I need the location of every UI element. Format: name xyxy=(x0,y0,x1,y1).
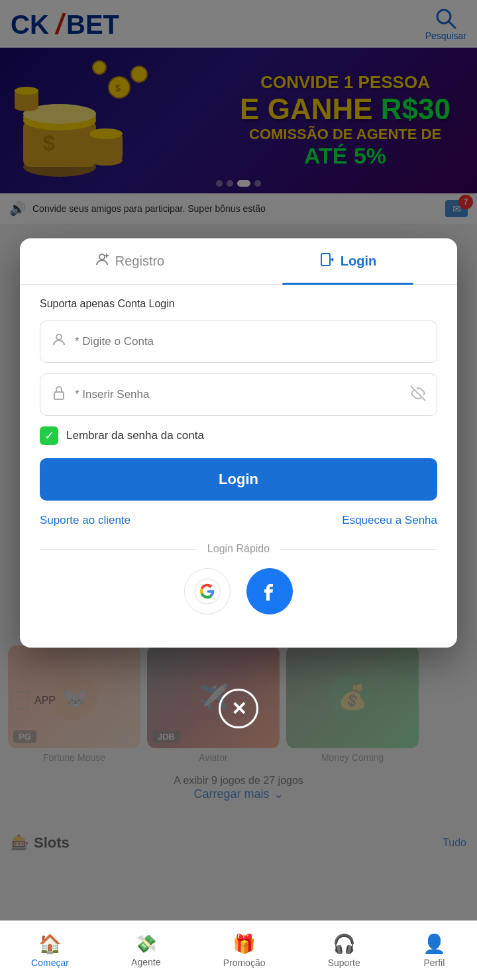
tab-registro[interactable]: Registro xyxy=(20,238,238,284)
user-icon xyxy=(51,332,67,352)
nav-label-promocao: Promoção xyxy=(223,957,266,968)
eye-icon[interactable] xyxy=(410,385,426,405)
svg-point-27 xyxy=(99,254,105,260)
agent-icon: 💸 xyxy=(135,934,156,954)
facebook-icon xyxy=(256,578,283,605)
tab-login-label: Login xyxy=(341,254,376,269)
profile-icon: 👤 xyxy=(423,933,446,955)
nav-item-comecar[interactable]: 🏠 Começar xyxy=(31,933,69,968)
svg-rect-30 xyxy=(321,254,330,266)
gift-icon: 🎁 xyxy=(233,933,256,955)
remember-row: ✓ Lembrar da senha da conta xyxy=(40,426,437,445)
divider-right xyxy=(280,549,437,550)
support-link[interactable]: Suporte ao cliente xyxy=(40,514,131,527)
bottom-navigation: 🏠 Começar 💸 Agente 🎁 Promoção 🎧 Suporte … xyxy=(0,920,477,980)
password-input-group xyxy=(40,373,437,416)
facebook-login-button[interactable] xyxy=(246,568,293,614)
remember-checkbox[interactable]: ✓ xyxy=(40,426,58,445)
nav-label-suporte: Suporte xyxy=(328,957,360,968)
tab-registro-label: Registro xyxy=(115,254,164,269)
google-login-button[interactable] xyxy=(184,568,231,614)
nav-item-promocao[interactable]: 🎁 Promoção xyxy=(223,933,266,968)
nav-item-agente[interactable]: 💸 Agente xyxy=(131,934,160,967)
svg-point-31 xyxy=(56,334,62,340)
password-input[interactable] xyxy=(75,388,410,401)
login-icon xyxy=(319,252,335,271)
quick-login-label: Login Rápido xyxy=(207,543,270,555)
modal-tabs: Registro Login xyxy=(20,238,457,285)
username-input[interactable] xyxy=(75,335,426,348)
username-input-group xyxy=(40,320,437,363)
headset-icon: 🎧 xyxy=(333,933,356,955)
links-row: Suporte ao cliente Esqueceu a Senha xyxy=(40,514,437,527)
nav-label-perfil: Perfil xyxy=(423,957,445,968)
modal-overlay: Registro Login Suporta apenas Conta Logi… xyxy=(0,0,477,980)
nav-label-agente: Agente xyxy=(131,957,160,967)
nav-item-perfil[interactable]: 👤 Perfil xyxy=(423,933,446,968)
login-modal: Registro Login Suporta apenas Conta Logi… xyxy=(20,238,457,648)
quick-login-row: Login Rápido xyxy=(40,543,437,555)
register-icon xyxy=(94,252,110,271)
divider-left xyxy=(40,549,197,550)
close-modal-button[interactable]: ✕ xyxy=(219,689,258,728)
social-buttons-row xyxy=(40,568,437,614)
lock-icon xyxy=(51,385,67,405)
nav-label-comecar: Começar xyxy=(31,957,69,968)
nav-item-suporte[interactable]: 🎧 Suporte xyxy=(328,933,360,968)
google-icon xyxy=(194,578,221,605)
svg-rect-32 xyxy=(54,392,64,399)
modal-subtitle: Suporta apenas Conta Login xyxy=(40,298,437,310)
remember-label: Lembrar da senha da conta xyxy=(66,429,204,442)
forgot-password-link[interactable]: Esqueceu a Senha xyxy=(342,514,437,527)
tab-login[interactable]: Login xyxy=(238,238,457,284)
login-button[interactable]: Login xyxy=(40,458,437,501)
home-icon: 🏠 xyxy=(38,933,62,955)
modal-body: Suporta apenas Conta Login xyxy=(20,285,457,628)
